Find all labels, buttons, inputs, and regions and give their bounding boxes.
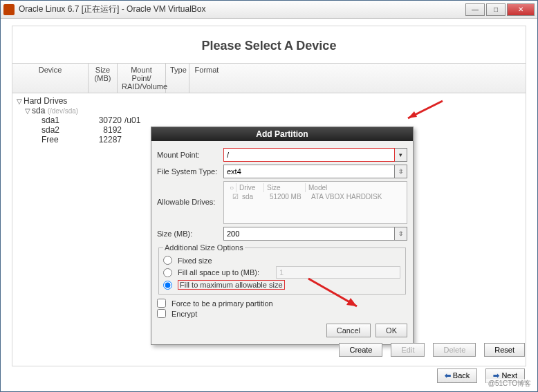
size-value: 8192	[89, 125, 122, 135]
edit-button[interactable]: Edit	[391, 343, 425, 357]
tree-label: sda1	[41, 115, 89, 125]
back-button[interactable]: ⬅ Back	[437, 368, 478, 383]
size-field[interactable]: ⇳	[223, 227, 407, 241]
size-input[interactable]	[223, 227, 395, 241]
tree-label: Hard Drives	[24, 96, 147, 106]
size-label: Size (MB):	[157, 230, 223, 238]
mount-point-input[interactable]	[223, 148, 395, 162]
fstype-input[interactable]	[223, 165, 395, 178]
fstype-combo[interactable]: ⇳	[223, 165, 407, 178]
delete-button[interactable]: Delete	[433, 343, 476, 357]
col-format: Format	[189, 64, 224, 93]
watermark: @51CTO博客	[486, 379, 533, 389]
fstype-row: File System Type: ⇳	[157, 165, 407, 178]
col-type: Type	[166, 64, 189, 93]
close-button[interactable]: ✕	[507, 3, 535, 16]
drive-row[interactable]: ☑ sda 51200 MB ATA VBOX HARDDISK	[227, 192, 404, 201]
spinner-icon[interactable]: ⇳	[395, 165, 407, 178]
size-options-fieldset: Additional Size Options Fixed size Fill …	[158, 243, 406, 295]
tree-row-partition[interactable]: sda2 8192	[17, 125, 147, 135]
col-drive: Drive	[236, 183, 264, 192]
drive-checkbox[interactable]: ☑	[230, 193, 239, 200]
drives-table: ○ Drive Size Model ☑ sda 51200 MB ATA VB…	[223, 181, 407, 224]
size-options-legend: Additional Size Options	[163, 243, 245, 252]
size-value: 30720	[89, 115, 122, 125]
titlebar: Oracle Linux 6.7 [正在运行] - Oracle VM Virt…	[1, 1, 537, 19]
fstype-label: File System Type:	[157, 167, 223, 176]
arrow-left-icon: ⬅	[445, 371, 451, 380]
force-primary-label: Force to be a primary partition	[171, 299, 273, 308]
create-button[interactable]: Create	[339, 343, 382, 357]
tree-row-disk[interactable]: ▽ sda (/dev/sda)	[17, 106, 147, 115]
dialog-title: Add Partition	[151, 127, 413, 141]
fixed-size-radio[interactable]	[163, 256, 172, 265]
window-controls: — □ ✕	[465, 3, 535, 16]
encrypt-checkbox[interactable]	[157, 309, 166, 318]
dialog-buttons: Cancel OK	[157, 324, 407, 337]
tree-label: sda2	[41, 125, 89, 135]
fixed-size-radio-row[interactable]: Fixed size	[163, 256, 401, 265]
device-action-buttons: Create Edit Delete Reset	[336, 343, 525, 357]
mount-point-label: Mount Point:	[157, 151, 223, 159]
spinner-icon[interactable]: ⇳	[395, 227, 407, 241]
fill-up-radio[interactable]	[163, 268, 172, 277]
tree-row-partition[interactable]: sda1 30720 /u01	[17, 115, 147, 125]
col-check: ○	[227, 183, 236, 192]
encrypt-row[interactable]: Encrypt	[157, 309, 407, 318]
col-size: Size	[264, 183, 306, 192]
device-tree[interactable]: ▽ Hard Drives ▽ sda (/dev/sda) sda1 3072…	[12, 93, 151, 147]
minimize-button[interactable]: —	[465, 3, 485, 16]
cancel-button[interactable]: Cancel	[326, 324, 371, 337]
size-row: Size (MB): ⇳	[157, 227, 407, 241]
chevron-down-icon[interactable]: ▾	[395, 148, 407, 162]
size-value: 12287	[89, 135, 122, 144]
tree-label: sda (/dev/sda)	[32, 106, 147, 115]
app-icon	[3, 4, 15, 15]
encrypt-label: Encrypt	[171, 310, 197, 318]
chevron-down-icon[interactable]: ▽	[25, 107, 32, 115]
device-table-header: Device Size (MB) Mount Point/ RAID/Volum…	[12, 63, 526, 93]
fill-up-radio-row[interactable]: Fill all space up to (MB):	[163, 266, 401, 279]
add-partition-dialog: Add Partition Mount Point: ▾ File System…	[151, 127, 414, 345]
installer-panel: Please Select A Device Device Size (MB) …	[12, 26, 526, 366]
tree-row-free[interactable]: Free 12287	[17, 135, 147, 144]
force-primary-row[interactable]: Force to be a primary partition	[157, 299, 407, 308]
fill-max-radio-row[interactable]: Fill to maximum allowable size	[163, 280, 401, 290]
fill-up-label: Fill all space up to (MB):	[178, 268, 259, 277]
mount-point-combo[interactable]: ▾	[223, 148, 407, 162]
col-mount: Mount Point/ RAID/Volume	[118, 64, 166, 93]
maximize-button[interactable]: □	[486, 3, 505, 16]
drive-size: 51200 MB	[267, 193, 308, 200]
drive-name: sda	[239, 193, 267, 200]
vm-window: Oracle Linux 6.7 [正在运行] - Oracle VM Virt…	[0, 0, 538, 392]
drives-header: ○ Drive Size Model	[227, 183, 404, 192]
chevron-down-icon[interactable]: ▽	[17, 97, 24, 105]
col-device: Device	[12, 64, 89, 93]
fill-max-radio[interactable]	[163, 281, 172, 290]
fill-max-label: Fill to maximum allowable size	[178, 280, 285, 290]
col-model: Model	[306, 183, 404, 192]
window-title: Oracle Linux 6.7 [正在运行] - Oracle VM Virt…	[19, 3, 465, 15]
mount-point-row: Mount Point: ▾	[157, 148, 407, 162]
ok-button[interactable]: OK	[375, 324, 407, 337]
dialog-body: Mount Point: ▾ File System Type: ⇳ Allow…	[151, 141, 413, 344]
fill-up-input	[276, 266, 400, 279]
page-title: Please Select A Device	[12, 26, 526, 63]
drives-label: Allowable Drives:	[157, 181, 223, 206]
tree-row-root[interactable]: ▽ Hard Drives	[17, 96, 147, 106]
drives-row: Allowable Drives: ○ Drive Size Model ☑ s…	[157, 181, 407, 224]
reset-button[interactable]: Reset	[484, 343, 525, 357]
tree-label: Free	[41, 135, 89, 144]
col-size: Size (MB)	[89, 64, 118, 93]
drive-model: ATA VBOX HARDDISK	[308, 193, 401, 200]
mount-value: /u01	[122, 115, 147, 125]
force-primary-checkbox[interactable]	[157, 299, 166, 308]
fixed-size-label: Fixed size	[178, 256, 212, 265]
